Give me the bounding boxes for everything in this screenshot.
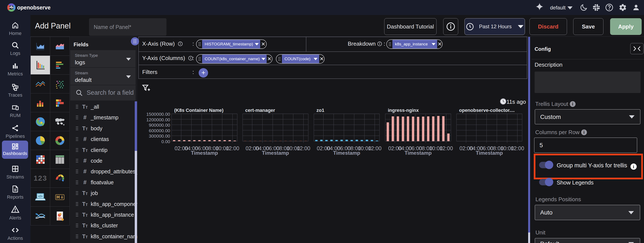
svg-text:12:00: 12:00 (511, 145, 524, 151)
svg-text:600000.00: 600000.00 (149, 128, 170, 133)
svg-text:900000.00: 900000.00 (149, 123, 170, 128)
svg-text:</>: </> (38, 195, 42, 198)
svg-text:300000.00: 300000.00 (149, 134, 170, 138)
svg-text:12:00: 12:00 (440, 145, 453, 151)
svg-text:zo1: zo1 (316, 108, 324, 113)
svg-text:12:00: 12:00 (368, 145, 382, 151)
svg-text:Timestamp: Timestamp (262, 150, 289, 156)
svg-text:Timestamp: Timestamp (476, 150, 503, 156)
svg-text:Timestamp: Timestamp (404, 150, 432, 156)
svg-text:12:00: 12:00 (226, 145, 240, 151)
svg-text:Timestamp: Timestamp (333, 150, 360, 156)
svg-text:Timestamp: Timestamp (191, 150, 218, 156)
svg-text:openobserve-collector....: openobserve-collector.... (459, 108, 515, 113)
svg-text:1500000.00: 1500000.00 (146, 112, 170, 117)
svg-text:1200000.00: 1200000.00 (146, 117, 170, 122)
svg-text:ingress-nginx: ingress-nginx (388, 108, 419, 113)
svg-text:12:00: 12:00 (297, 145, 310, 151)
svg-text:(K8s Container Name): (K8s Container Name) (174, 108, 224, 113)
svg-text:0.00: 0.00 (161, 139, 170, 144)
svg-text:cert-manager: cert-manager (245, 108, 275, 113)
